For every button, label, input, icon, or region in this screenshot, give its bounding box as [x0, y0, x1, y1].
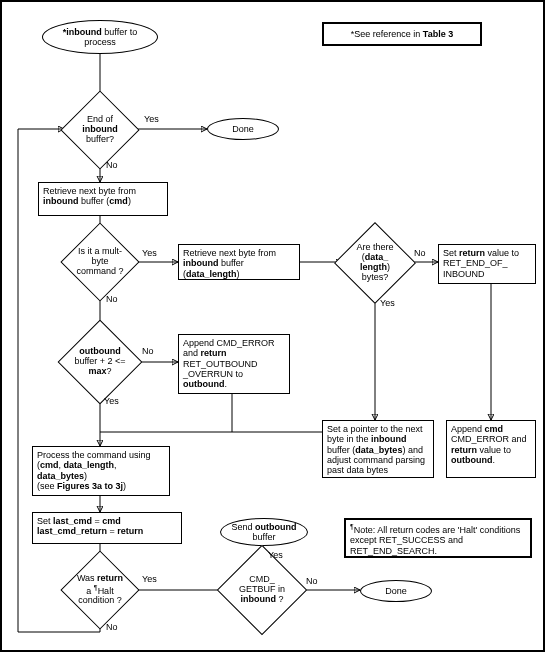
set-last-text: Set last_cmd = cmdlast_cmd_return = retu… [37, 516, 143, 536]
footnote-text: ¶Note: All return codes are 'Halt' condi… [350, 525, 520, 556]
done-2: Done [360, 580, 432, 602]
d1-text: End of inbound buffer? [76, 115, 124, 145]
set-ptr-text: Set a pointer to the next byte in the in… [327, 424, 425, 475]
decision-halt: Was return a ¶Halt condition ? [72, 562, 128, 618]
append-cmd-error: Append cmd CMD_ERROR and return value to… [446, 420, 536, 478]
d2-text: Is it a mult-byte command ? [76, 247, 124, 277]
d4-text: outbound buffer + 2 <= max? [74, 347, 126, 377]
reference-note: *See reference in Table 3 [322, 22, 482, 46]
start-text: *inbound buffer to process [49, 27, 151, 48]
label-no: No [106, 622, 118, 632]
d-halt-text: Was return a ¶Halt condition ? [76, 574, 124, 607]
append-error: Append CMD_ERROR and return RET_OUTBOUND… [178, 334, 290, 394]
decision-outbound-room: outbound buffer + 2 <= max? [70, 332, 130, 392]
label-yes: Yes [268, 550, 283, 560]
set-pointer: Set a pointer to the next byte in the in… [322, 420, 434, 478]
label-yes: Yes [380, 298, 395, 308]
append-err-text: Append CMD_ERROR and return RET_OUTBOUND… [183, 338, 275, 389]
retrieve-len-text: Retrieve next byte from inbound buffer (… [183, 248, 276, 279]
set-last: Set last_cmd = cmdlast_cmd_return = retu… [32, 512, 182, 544]
decision-getbuf: CMD_ GETBUF in inbound ? [230, 558, 294, 622]
process-cmd-text: Process the command using (cmd, data_len… [37, 450, 151, 491]
done-1: Done [207, 118, 279, 140]
label-no: No [306, 576, 318, 586]
process-command: Process the command using (cmd, data_len… [32, 446, 170, 496]
send-out-text: Send outbound buffer [227, 522, 301, 543]
retrieve-cmd: Retrieve next byte from inbound buffer (… [38, 182, 168, 216]
footnote: ¶Note: All return codes are 'Halt' condi… [344, 518, 532, 558]
ref-note-bold: Table 3 [423, 29, 453, 39]
decision-bytes-avail: Are there (data_ length) bytes? [346, 234, 404, 292]
decision-end-inbound: End of inbound buffer? [72, 102, 128, 158]
set-ret-text: Set return value to RET_END_OF_ INBOUND [443, 248, 519, 279]
start-node: *inbound buffer to process [42, 20, 158, 54]
send-outbound: Send outbound buffer [220, 518, 308, 546]
label-yes: Yes [142, 574, 157, 584]
d3-text: Are there (data_ length) bytes? [350, 243, 400, 283]
append-cmd-err-text: Append cmd CMD_ERROR and return value to… [451, 424, 527, 465]
set-return-end: Set return value to RET_END_OF_ INBOUND [438, 244, 536, 284]
decision-multibyte: Is it a mult-byte command ? [72, 234, 128, 290]
label-yes: Yes [142, 248, 157, 258]
ref-note-text: *See reference in [351, 29, 423, 39]
label-no: No [106, 294, 118, 304]
retrieve-len: Retrieve next byte from inbound buffer (… [178, 244, 300, 280]
label-yes: Yes [104, 396, 119, 406]
retrieve-cmd-text: Retrieve next byte from inbound buffer (… [43, 186, 136, 206]
label-no: No [142, 346, 154, 356]
label-yes: Yes [144, 114, 159, 124]
label-no: No [106, 160, 118, 170]
done2-text: Done [385, 586, 407, 596]
label-no: No [414, 248, 426, 258]
flowchart: *See reference in Table 3 *inbound buffe… [0, 0, 545, 652]
d-getbuf-text: CMD_ GETBUF in inbound ? [234, 575, 290, 605]
done-text: Done [232, 124, 254, 134]
